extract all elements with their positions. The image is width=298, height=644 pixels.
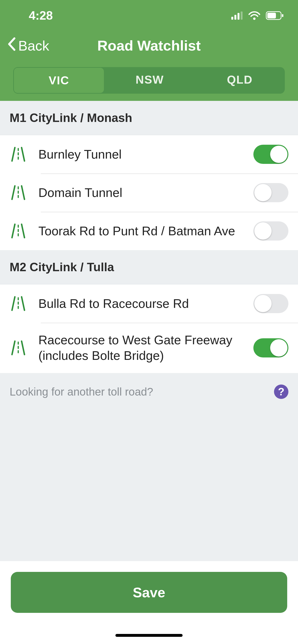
svg-rect-0 [231, 17, 233, 20]
back-label: Back [18, 38, 49, 54]
road-label: Domain Tunnel [38, 185, 242, 200]
road-icon [10, 295, 27, 312]
road-row: Toorak Rd to Punt Rd / Batman Ave [0, 212, 298, 250]
state-tabs: VIC NSW QLD [13, 67, 285, 94]
help-icon[interactable]: ? [274, 384, 288, 399]
road-toggle[interactable] [253, 145, 288, 164]
road-row: Domain Tunnel [0, 174, 298, 212]
road-toggle[interactable] [253, 338, 288, 358]
road-label: Racecourse to West Gate Freeway (include… [38, 332, 242, 364]
road-toggle[interactable] [253, 222, 288, 240]
section-header-m2: M2 CityLink / Tulla [0, 250, 298, 284]
road-icon [10, 146, 27, 163]
footer-note-text: Looking for another toll road? [10, 385, 153, 398]
battery-icon [266, 11, 284, 20]
road-row: Burnley Tunnel [0, 135, 298, 174]
clock: 4:28 [29, 8, 53, 22]
tab-nsw[interactable]: NSW [105, 67, 195, 94]
svg-rect-1 [234, 15, 236, 20]
status-right [231, 11, 284, 20]
road-label: Bulla Rd to Racecourse Rd [38, 296, 242, 312]
road-toggle[interactable] [253, 294, 288, 313]
svg-rect-7 [282, 14, 283, 17]
cellular-icon [231, 12, 243, 20]
road-row: Bulla Rd to Racecourse Rd [0, 284, 298, 323]
road-label: Burnley Tunnel [38, 146, 242, 162]
save-button[interactable]: Save [11, 572, 287, 613]
road-icon [10, 184, 27, 201]
road-toggle[interactable] [253, 183, 288, 202]
tab-vic[interactable]: VIC [13, 67, 105, 94]
road-icon [10, 222, 27, 240]
home-indicator[interactable] [115, 634, 183, 637]
tab-qld[interactable]: QLD [195, 67, 285, 94]
status-bar: 4:28 [0, 0, 298, 31]
svg-rect-2 [238, 13, 239, 20]
chevron-left-icon [7, 37, 16, 54]
road-icon [10, 339, 27, 356]
back-button[interactable]: Back [7, 37, 49, 54]
app-header: 4:28 Back Road Watchlist [0, 0, 298, 101]
svg-rect-6 [267, 13, 276, 18]
section-header-m1: M1 CityLink / Monash [0, 101, 298, 135]
nav-bar: Back Road Watchlist [0, 31, 298, 60]
road-label: Toorak Rd to Punt Rd / Batman Ave [38, 223, 242, 239]
svg-point-4 [253, 18, 255, 20]
road-row: Racecourse to West Gate Freeway (include… [0, 323, 298, 373]
wifi-icon [248, 11, 261, 20]
bottom-bar: Save [0, 561, 298, 644]
footer-note-row: Looking for another toll road? ? [0, 373, 298, 410]
svg-rect-3 [241, 12, 243, 20]
